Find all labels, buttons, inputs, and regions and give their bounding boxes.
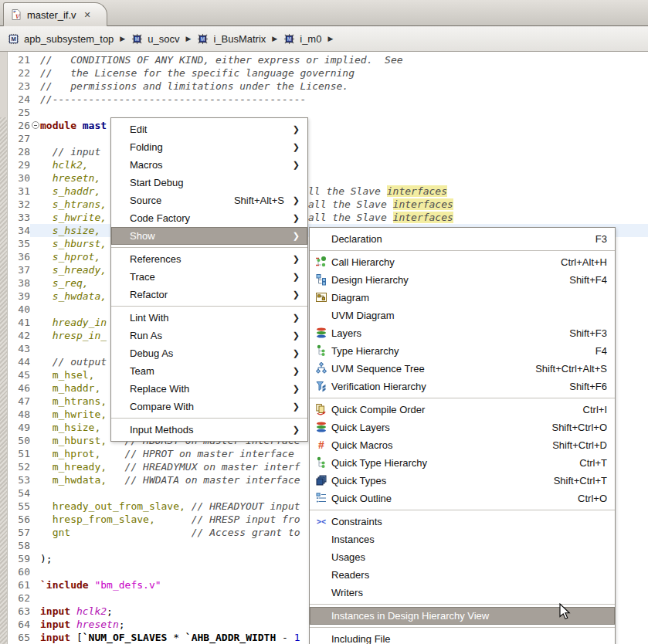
submenu-arrow-icon: ❯ — [290, 348, 300, 358]
menu-item-label: Declaration — [331, 233, 382, 245]
code-text: input hclk2; — [40, 605, 113, 618]
menu-item-usages[interactable]: Usages — [310, 548, 615, 566]
menu-item-verification-hierarchy[interactable]: Verification HierarchyShift+F6 — [310, 378, 615, 395]
menu-item-quick-type-hierarchy[interactable]: Quick Type HierarchyCtrl+T — [310, 454, 615, 472]
code-line[interactable]: 28 // input — [0, 145, 648, 158]
code-line[interactable]: 21// CONDITIONS OF ANY KIND, either expr… — [0, 53, 648, 66]
code-text: s_haddr, — [40, 185, 100, 198]
breadcrumb-item-i-m0[interactable]: Mi_m0 — [283, 33, 321, 45]
menu-item-input-methods[interactable]: Input Methods❯ — [111, 421, 307, 439]
menu-item-quick-compile-order[interactable]: Quick Compile OrderCtrl+I — [310, 401, 615, 419]
code-line[interactable]: 27 — [0, 132, 648, 145]
breadcrumb-item-u-socv[interactable]: Mu_socv — [131, 33, 179, 45]
menu-item-quick-macros[interactable]: #Quick MacrosShift+Ctrl+D — [310, 436, 615, 454]
menu-item-start-debug[interactable]: Start Debug — [111, 174, 307, 192]
menu-item-diagram[interactable]: Diagram — [310, 289, 615, 307]
menu-item-type-hierarchy[interactable]: Type HierarchyF4 — [310, 342, 615, 360]
submenu-arrow-icon: ❯ — [290, 402, 300, 412]
menu-item-shortcut: F3 — [577, 233, 607, 245]
menu-item-lint-with[interactable]: Lint With❯ — [111, 309, 307, 327]
menu-item-readers[interactable]: Readers — [310, 566, 615, 584]
menu-item-quick-types[interactable]: Quick TypesShift+Ctrl+T — [310, 472, 615, 490]
code-line[interactable]: 24//------------------------------------… — [0, 93, 648, 106]
menu-item-label: Lint With — [130, 312, 169, 324]
editor-context-menu: Edit❯Folding❯Macros❯Start DebugSourceShi… — [110, 117, 308, 442]
menu-item-folding[interactable]: Folding❯ — [111, 138, 307, 156]
menu-item-label: Writers — [331, 587, 363, 598]
line-number: 32 — [7, 198, 30, 211]
line-number: 60 — [7, 565, 30, 578]
menu-item-writers[interactable]: Writers — [310, 584, 615, 602]
menu-item-label: Replace With — [130, 383, 189, 395]
svg-text:#: # — [318, 439, 324, 451]
code-line[interactable]: 22// the License for the specific langua… — [0, 66, 648, 80]
menu-item-trace[interactable]: Trace❯ — [111, 268, 307, 286]
code-text: //--------------------------------------… — [40, 93, 306, 106]
menu-item-label: Code Factory — [130, 212, 190, 224]
submenu-arrow-icon: ❯ — [290, 142, 300, 152]
menu-item-edit[interactable]: Edit❯ — [111, 120, 307, 138]
code-text: // the License for the specific language… — [40, 66, 355, 80]
code-line[interactable]: 23// permissions and limitations under t… — [0, 80, 648, 93]
line-number: 31 — [7, 185, 30, 198]
call-hierarchy-icon — [315, 256, 327, 268]
menu-item-declaration[interactable]: DeclarationF3 — [310, 230, 615, 248]
svg-text:M: M — [11, 36, 15, 42]
line-number: 57 — [7, 526, 30, 539]
tab-master-if[interactable]: v master_if.v ✕ — [3, 2, 107, 26]
instance-chip-icon: M — [283, 33, 295, 45]
menu-separator — [310, 398, 615, 398]
menu-item-design-hierarchy[interactable]: Design HierarchyShift+F4 — [310, 271, 615, 289]
menu-item-run-as[interactable]: Run As❯ — [111, 327, 307, 344]
breadcrumb-separator-icon: ▶ — [120, 35, 125, 42]
menu-item-uvm-sequence-tree[interactable]: UVM Sequence TreeShift+Ctrl+Alt+S — [310, 360, 615, 378]
menu-item-uvm-diagram[interactable]: UVM Diagram — [310, 307, 615, 324]
menu-separator — [310, 510, 615, 510]
menu-item-code-factory[interactable]: Code Factory❯ — [111, 209, 307, 227]
line-number: 24 — [7, 93, 30, 106]
menu-item-constraints[interactable]: ><Constraints — [310, 513, 615, 530]
menu-item-team[interactable]: Team❯ — [111, 362, 307, 380]
menu-item-quick-layers[interactable]: Quick LayersShift+Ctrl+O — [310, 419, 615, 436]
instance-chip-icon: M — [131, 33, 143, 45]
menu-item-quick-outline[interactable]: Quick OutlineCtrl+O — [310, 490, 615, 507]
breadcrumb-item-apb-subsystem-top[interactable]: Mapb_subsystem_top — [8, 33, 114, 45]
submenu-arrow-icon: ❯ — [290, 213, 300, 223]
code-line[interactable]: 26module mast — [0, 119, 648, 132]
menu-item-layers[interactable]: LayersShift+F3 — [310, 324, 615, 342]
quick-compile-order-icon — [315, 403, 327, 415]
menu-item-debug-as[interactable]: Debug As❯ — [111, 344, 307, 362]
line-number: 46 — [7, 381, 30, 395]
line-number: 49 — [7, 421, 30, 434]
code-text: m_htrans, — [40, 395, 107, 408]
menu-item-show[interactable]: Show❯ — [111, 227, 307, 245]
instance-chip-icon: M — [197, 33, 209, 45]
menu-item-call-hierarchy[interactable]: Call HierarchyCtrl+Alt+H — [310, 253, 615, 271]
code-fragment-right-of-menu: all the Slave interfaces — [308, 211, 453, 224]
submenu-arrow-icon: ❯ — [290, 195, 300, 205]
layers-icon — [315, 327, 327, 339]
line-number: 64 — [7, 618, 30, 631]
fold-collapse-icon[interactable] — [32, 121, 39, 129]
menu-item-compare-with[interactable]: Compare With❯ — [111, 398, 307, 415]
submenu-arrow-icon: ❯ — [290, 384, 300, 394]
menu-item-refactor[interactable]: Refactor❯ — [111, 286, 307, 303]
code-line[interactable]: 29 hclk2, — [0, 158, 648, 171]
breadcrumb-item-i-busmatrix[interactable]: Mi_BusMatrix — [197, 33, 266, 45]
menu-item-instances[interactable]: Instances — [310, 530, 615, 548]
menu-item-replace-with[interactable]: Replace With❯ — [111, 380, 307, 398]
menu-item-source[interactable]: SourceShift+Alt+S❯ — [111, 192, 307, 209]
menu-item-label: Design Hierarchy — [331, 274, 409, 286]
code-line[interactable]: 30 hresetn, — [0, 171, 648, 185]
svg-text:M: M — [135, 36, 140, 42]
menu-item-including-file[interactable]: Including File — [310, 630, 615, 644]
code-text: s_req, — [40, 276, 89, 290]
code-text: // input — [40, 145, 100, 158]
menu-item-macros[interactable]: Macros❯ — [111, 156, 307, 174]
tab-close-icon[interactable]: ✕ — [84, 10, 91, 20]
line-number: 63 — [7, 605, 30, 618]
menu-item-shortcut: Ctrl+T — [561, 457, 607, 469]
code-text: module mast — [40, 119, 107, 132]
menu-item-references[interactable]: References❯ — [111, 250, 307, 268]
code-line[interactable]: 25 — [0, 106, 648, 119]
